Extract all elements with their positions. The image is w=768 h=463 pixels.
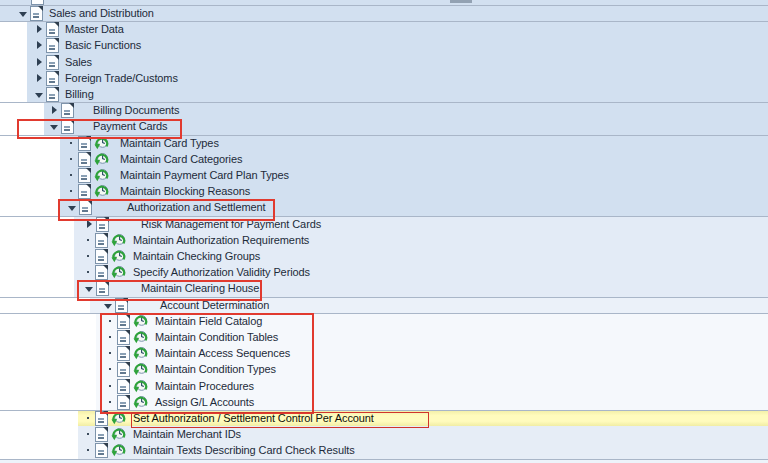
img-activity-execute-icon[interactable] <box>133 346 149 360</box>
img-activity-execute-icon[interactable] <box>94 136 110 150</box>
leaf-bullet <box>107 329 115 345</box>
tree-item-label[interactable]: Maintain Access Sequences <box>155 345 290 361</box>
collapse-toggle-icon[interactable] <box>35 86 43 102</box>
group-separator-line <box>0 313 768 314</box>
img-activity-execute-icon[interactable] <box>111 249 127 263</box>
tree-row[interactable]: Payment Cards <box>0 118 768 134</box>
tree-item-label[interactable]: Maintain Texts Describing Card Check Res… <box>133 442 355 458</box>
expand-toggle-icon[interactable] <box>35 54 43 70</box>
expand-toggle-icon[interactable] <box>85 216 93 232</box>
leaf-bullet <box>107 378 115 394</box>
expand-toggle-icon[interactable] <box>50 102 58 118</box>
img-node-icon <box>95 411 108 426</box>
tree-item-label[interactable]: Maintain Clearing House <box>141 280 259 296</box>
tree-row-selected[interactable]: Set Authorization / Settlement Control P… <box>0 410 768 426</box>
img-activity-execute-icon[interactable] <box>133 330 149 344</box>
tree-item-label[interactable]: Master Data <box>65 21 124 37</box>
expand-toggle-icon[interactable] <box>35 21 43 37</box>
tree-item-label[interactable]: Maintain Procedures <box>155 378 254 394</box>
tree-item-label[interactable]: Maintain Condition Tables <box>155 329 278 345</box>
leaf-bullet <box>68 183 76 199</box>
tree-row[interactable]: Master Data <box>0 21 768 37</box>
tree-item-label[interactable]: Maintain Condition Types <box>155 361 276 377</box>
tree-item-label[interactable]: Basic Functions <box>65 37 141 53</box>
img-activity-execute-icon[interactable] <box>111 411 127 425</box>
tree-item-label[interactable]: Payment Cards <box>93 118 168 134</box>
img-activity-execute-icon[interactable] <box>133 395 149 409</box>
img-activity-execute-icon[interactable] <box>111 233 127 247</box>
tree-item-label[interactable]: Billing Documents <box>93 102 179 118</box>
tree-item-label[interactable]: Set Authorization / Settlement Control P… <box>133 410 374 426</box>
tree-row[interactable]: Maintain Merchant IDs <box>0 426 768 442</box>
tree-row[interactable]: Assign G/L Accounts <box>0 394 768 410</box>
collapse-toggle-icon[interactable] <box>19 5 27 21</box>
tree-item-label[interactable]: Risk Management for Payment Cards <box>141 216 321 232</box>
tree-row[interactable]: Authorization and Settlement <box>0 199 768 215</box>
tree-row[interactable]: Sales <box>0 54 768 70</box>
collapse-toggle-icon[interactable] <box>85 280 93 296</box>
collapse-toggle-icon[interactable] <box>68 199 76 215</box>
img-node-icon <box>30 6 43 21</box>
tree-row[interactable]: Risk Management for Payment Cards <box>0 216 768 232</box>
img-activity-execute-icon[interactable] <box>133 362 149 376</box>
tree-row[interactable]: Maintain Card Categories <box>0 151 768 167</box>
tree-row[interactable]: Maintain Clearing House <box>0 280 768 296</box>
tree-row[interactable]: Billing Documents <box>0 102 768 118</box>
img-node-icon <box>117 395 130 410</box>
tree-row[interactable]: Maintain Field Catalog <box>0 313 768 329</box>
img-activity-execute-icon[interactable] <box>94 152 110 166</box>
tree-row[interactable]: Maintain Blocking Reasons <box>0 183 768 199</box>
img-activity-execute-icon[interactable] <box>111 443 127 457</box>
tree-item-label[interactable]: Maintain Payment Card Plan Types <box>120 167 289 183</box>
tree-row[interactable]: Foreign Trade/Customs <box>0 70 768 86</box>
tree-row[interactable]: Account Determination <box>0 297 768 313</box>
leaf-bullet <box>107 394 115 410</box>
tree-row[interactable]: Maintain Condition Types <box>0 361 768 377</box>
tree-row[interactable]: Maintain Condition Tables <box>0 329 768 345</box>
img-node-icon <box>95 249 108 264</box>
expand-toggle-icon[interactable] <box>35 37 43 53</box>
tree-item-label[interactable]: Sales <box>65 54 92 70</box>
collapse-toggle-icon[interactable] <box>50 118 58 134</box>
tree-item-label[interactable]: Specify Authorization Validity Periods <box>133 264 310 280</box>
tree-item-label[interactable]: Maintain Card Categories <box>120 151 242 167</box>
expand-toggle-icon[interactable] <box>35 70 43 86</box>
tree-item-label[interactable]: Maintain Field Catalog <box>155 313 262 329</box>
tree-row[interactable]: Maintain Card Types <box>0 135 768 151</box>
leaf-bullet <box>68 135 76 151</box>
tree-row[interactable]: Maintain Procedures <box>0 378 768 394</box>
tree-row[interactable]: Maintain Authorization Requirements <box>0 232 768 248</box>
tree-item-label[interactable]: Sales and Distribution <box>49 5 154 21</box>
img-activity-execute-icon[interactable] <box>94 184 110 198</box>
img-activity-execute-icon[interactable] <box>111 265 127 279</box>
tree-row[interactable]: Maintain Texts Describing Card Check Res… <box>0 442 768 458</box>
img-activity-execute-icon[interactable] <box>111 427 127 441</box>
tree-item-label[interactable]: Maintain Merchant IDs <box>133 426 241 442</box>
tree-item-label[interactable]: Maintain Blocking Reasons <box>120 183 250 199</box>
tree-row[interactable]: Maintain Checking Groups <box>0 248 768 264</box>
tree-item-label[interactable]: Maintain Checking Groups <box>133 248 260 264</box>
leaf-bullet <box>85 410 93 426</box>
img-node-icon <box>117 379 130 394</box>
img-activity-execute-icon[interactable] <box>133 314 149 328</box>
img-activity-execute-icon[interactable] <box>94 168 110 182</box>
tree-item-label[interactable]: Account Determination <box>160 297 269 313</box>
tree-item-label[interactable]: Foreign Trade/Customs <box>65 70 178 86</box>
tree-item-label[interactable]: Billing <box>65 86 94 102</box>
img-node-icon <box>117 330 130 345</box>
tree-item-label[interactable]: Authorization and Settlement <box>127 199 265 215</box>
tree-row[interactable]: Sales and Distribution <box>0 5 768 21</box>
leaf-bullet <box>107 361 115 377</box>
img-node-icon <box>117 314 130 329</box>
tree-row[interactable]: Billing <box>0 86 768 102</box>
img-activity-execute-icon[interactable] <box>133 379 149 393</box>
tree-item-label[interactable]: Maintain Authorization Requirements <box>133 232 309 248</box>
tree-row[interactable]: Specify Authorization Validity Periods <box>0 264 768 280</box>
tree-item-label[interactable]: Assign G/L Accounts <box>155 394 254 410</box>
tree-row[interactable]: Maintain Access Sequences <box>0 345 768 361</box>
tree-row[interactable]: Maintain Payment Card Plan Types <box>0 167 768 183</box>
collapse-toggle-icon[interactable] <box>104 297 112 313</box>
tree-item-label[interactable]: Maintain Card Types <box>120 135 219 151</box>
tree-row[interactable]: Basic Functions <box>0 37 768 53</box>
leaf-bullet <box>85 442 93 458</box>
